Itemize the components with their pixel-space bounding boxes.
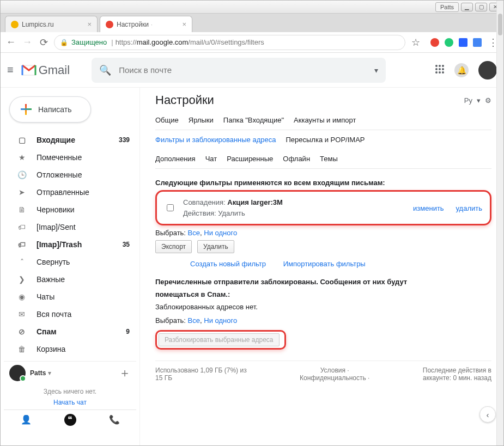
sidebar-item-snoozed[interactable]: 🕒 Отложенные [4,166,136,184]
close-icon[interactable]: × [178,20,186,28]
tab-inbox[interactable]: Папка "Входящие" [223,116,284,124]
spam-icon: ⊘ [16,327,28,336]
lock-icon: 🔒 [60,39,68,46]
select-all-link[interactable]: Все [188,229,200,237]
window-scrollbar[interactable] [496,1,503,445]
footer-storage: Использовано 1,09 ГБ (7%) из 15 ГБ [155,366,247,382]
os-user-tab[interactable]: Patts [435,2,459,12]
chevron-down-icon[interactable]: ▾ [48,369,51,377]
account-avatar[interactable] [478,61,497,80]
settings-tabs-row2: Фильтры и заблокированные адреса Пересыл… [155,130,491,149]
hangouts-tab[interactable]: ❝ [48,410,92,429]
tab-filters[interactable]: Фильтры и заблокированные адреса [155,136,276,144]
sidebar-item-sent[interactable]: ➤ Отправленные [4,184,136,201]
tab-advanced[interactable]: Расширенные [227,155,273,163]
tab-chat[interactable]: Чат [205,155,217,163]
tab-general[interactable]: Общие [155,116,179,124]
search-input[interactable] [118,65,374,75]
search-bar[interactable]: 🔍 ▾ [92,58,386,83]
browser-tab-lumpics[interactable]: Lumpics.ru × [5,16,98,32]
filter-checkbox[interactable] [167,204,174,211]
no-blocked-text: Заблокированных адресов нет. [155,303,491,311]
terms-link[interactable]: Условия [320,366,345,374]
start-chat-link[interactable]: Начать чат [4,399,136,406]
filters-heading: Следующие фильтры применяются ко всем вх… [155,179,491,187]
search-icon[interactable]: 🔍 [99,64,111,76]
close-icon[interactable]: × [83,20,92,28]
page-title: Настройки [155,93,214,107]
select-all-link[interactable]: Все [188,316,200,325]
tab-themes[interactable]: Темы [320,155,338,163]
label: Корзина [37,345,65,353]
phone-tab[interactable]: 📞 [92,410,136,429]
privacy-link[interactable]: Конфиденциальность [300,374,366,382]
address-bar[interactable]: 🔒 Защищено | https://mail.google.com/mai… [54,35,405,50]
gmail-footer: Использовано 1,09 ГБ (7%) из 15 ГБ Услов… [155,361,491,382]
extension-icon[interactable] [445,38,453,47]
label: Входящие [37,136,75,144]
sidebar-item-important[interactable]: ❯ Важные [4,271,136,288]
sidebar-item-allmail[interactable]: ✉ Вся почта [4,306,136,323]
tab-title: Настройки [117,21,149,28]
filter-edit-link[interactable]: изменить [413,204,444,212]
settings-tabs: Общие Ярлыки Папка "Входящие" Аккаунты и… [155,111,491,130]
hangouts-panel: Patts ▾ ＋ Здесь ничего нет. Начать чат 👤… [4,361,136,429]
tab-forwarding[interactable]: Пересылка и POP/IMAP [286,136,365,144]
browser-tab-gmail-settings[interactable]: Настройки · × [100,16,192,32]
chevron-down-icon[interactable]: ▾ [477,96,481,105]
import-filters-link[interactable]: Импортировать фильтры [283,260,366,268]
svg-point-1 [439,65,441,67]
sidebar-item-imap-trash[interactable]: 🏷 [Imap]/Trash 35 [4,236,136,253]
sidebar: Написать ▢ Входящие 339 ★ Помеченные 🕒 О… [1,88,140,446]
lang-label[interactable]: Ру [464,96,472,105]
sidebar-item-bin[interactable]: 🗑 Корзина [4,340,136,358]
window-maximize-button[interactable]: ▢ [475,3,487,11]
nav-list: ▢ Входящие 339 ★ Помеченные 🕒 Отложенные… [4,131,136,358]
reload-icon[interactable]: ⟳ [38,36,50,48]
sidebar-item-collapse[interactable]: ˄ Свернуть [4,253,136,271]
mail-icon: ✉ [16,310,28,319]
sidebar-item-starred[interactable]: ★ Помеченные [4,149,136,166]
sidebar-item-inbox[interactable]: ▢ Входящие 339 [4,131,136,149]
gmail-logo[interactable]: Gmail [21,63,70,77]
compose-button[interactable]: Написать [9,96,91,123]
select-none-link[interactable]: Ни одного [204,229,237,237]
filter-delete-link[interactable]: удалить [456,204,482,212]
apps-icon[interactable] [435,64,445,76]
gear-icon[interactable]: ⚙ [485,96,491,105]
download-icon[interactable] [459,38,467,47]
star-icon[interactable]: ☆ [410,36,422,48]
delete-button[interactable]: Удалить [197,240,234,253]
unblock-button[interactable]: Разблокировать выбранные адреса [159,333,280,346]
extension-icon[interactable] [430,38,439,47]
export-button[interactable]: Экспорт [155,240,192,253]
menu-icon[interactable]: ≡ [7,64,14,76]
window-minimize-button[interactable]: ▁ [461,3,473,11]
star-icon: ★ [16,153,28,162]
tab-labels[interactable]: Ярлыки [189,116,214,124]
label: Чаты [37,292,54,301]
side-panel-toggle-button[interactable]: ‹ [479,406,496,423]
back-icon[interactable]: ← [5,36,17,48]
sidebar-item-imap-sent[interactable]: 🏷 [Imap]/Sent [4,218,136,236]
sidebar-item-chats[interactable]: ◉ Чаты [4,288,136,306]
tab-accounts[interactable]: Аккаунты и импорт [294,116,356,124]
create-filter-link[interactable]: Создать новый фильтр [190,260,266,268]
sidebar-item-drafts[interactable]: 🗎 Черновики [4,201,136,218]
url-path: /mail/u/0/#settings/filters [188,38,264,46]
chat-self-row[interactable]: Patts ▾ ＋ [4,362,136,384]
sidebar-item-spam[interactable]: ⊘ Спам 9 [4,323,136,340]
select-line: Выбрать: Все, Ни одного [155,229,491,237]
tab-offline[interactable]: Офлайн [283,155,310,163]
label: Отложенные [37,170,82,179]
chevron-down-icon[interactable]: ▾ [374,66,378,75]
forward-icon[interactable]: → [21,36,33,48]
new-chat-button[interactable]: ＋ [119,365,131,381]
notifications-icon[interactable]: 🔔 [454,63,469,77]
translate-icon[interactable] [473,38,482,47]
select-none-link[interactable]: Ни одного [204,316,237,325]
count: 9 [126,328,130,335]
contacts-tab[interactable]: 👤 [4,410,48,429]
tab-addons[interactable]: Дополнения [155,155,196,163]
plus-icon [21,104,32,115]
